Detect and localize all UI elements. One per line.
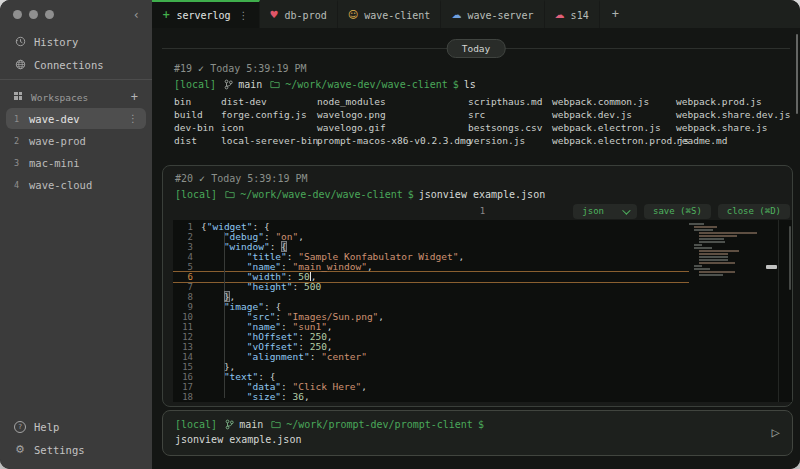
- line-number: 9: [173, 302, 193, 312]
- minimap-mark: [699, 262, 735, 264]
- code-token: ,: [378, 311, 384, 322]
- minimap-mark: [699, 274, 723, 276]
- editor-scrollbar[interactable]: [789, 226, 791, 290]
- tab-wave-client[interactable]: ☺wave-client: [338, 0, 442, 28]
- minimap-mark: [699, 238, 724, 240]
- line-number: 2: [173, 232, 193, 242]
- line-number: 6: [173, 272, 193, 282]
- sidebar-bottom: ? Help ⚙ Settings: [0, 415, 152, 461]
- workspace-item-mac-mini[interactable]: 3mac-mini: [6, 152, 146, 173]
- main-scrollbar[interactable]: [796, 34, 798, 114]
- code-token: :: [293, 281, 304, 292]
- smiley-icon: ☺: [348, 10, 358, 20]
- tab-s14[interactable]: ☁s14: [545, 0, 600, 28]
- prompt-line: [local] ~/work/wave-dev/wave-client $ js…: [175, 188, 780, 201]
- code-token: :: [281, 391, 292, 402]
- workspace-list: 1wave-dev⋮2wave-prod3mac-mini4wave-cloud: [0, 107, 152, 196]
- close-light[interactable]: [13, 10, 22, 19]
- send-icon[interactable]: ▷: [772, 425, 780, 439]
- line-number: 15: [173, 362, 193, 372]
- file-name: wavelogo.png: [317, 108, 468, 121]
- tab-label: s14: [571, 10, 589, 21]
- json-editor: 1 json save (⌘S) close (⌘D) 123456789101…: [173, 204, 792, 402]
- tab-serverlog[interactable]: +serverlog⋮: [152, 0, 260, 28]
- command-number: #20: [175, 173, 193, 184]
- tab-db-prod[interactable]: ♥db-prod: [260, 0, 338, 28]
- code-line[interactable]: "height": 500: [201, 282, 688, 292]
- line-number: 17: [173, 382, 193, 392]
- sidebar-item-settings[interactable]: ⚙ Settings: [0, 438, 152, 461]
- chevron-down-icon: [622, 206, 630, 214]
- settings-gear-icon: ⚙: [14, 443, 26, 456]
- block-meta: #20 ✓ Today 5:39:19 PM: [175, 172, 780, 185]
- code-token: :: [310, 351, 321, 362]
- input-prompt-line: [local] main ~/work/prompt-dev/prompt-cl…: [175, 418, 780, 431]
- workspace-label: wave-dev: [29, 113, 121, 125]
- prompt-dollar: $: [408, 188, 414, 201]
- tab-wave-server[interactable]: ☁wave-server: [441, 0, 544, 28]
- code-token: "height": [247, 281, 293, 292]
- code-token: "size": [247, 391, 281, 402]
- workspace-number: 2: [14, 136, 22, 146]
- line-number: 12: [173, 332, 193, 342]
- today-pill[interactable]: Today: [447, 39, 506, 58]
- save-button[interactable]: save (⌘S): [644, 204, 711, 219]
- help-label: Help: [34, 421, 59, 433]
- ls-output: bindist-devnode_modulesscripthaus.mdwebp…: [174, 95, 784, 147]
- file-name: wavelogo.gif: [317, 121, 468, 134]
- cloud-icon: ☁: [555, 10, 565, 20]
- block-meta: #19 ✓ Today 5:39:19 PM: [174, 62, 784, 75]
- minimap-slider[interactable]: [766, 265, 777, 269]
- mode-select[interactable]: json: [573, 204, 637, 219]
- tab-label: wave-client: [364, 10, 430, 21]
- sidebar-item-history[interactable]: History: [0, 30, 152, 53]
- command-input-text[interactable]: jsonview example.json: [175, 433, 780, 446]
- workspace-label: wave-cloud: [29, 179, 138, 191]
- plus-icon: +: [162, 10, 170, 20]
- workspaces-grid-icon: [14, 92, 23, 103]
- tab-kebab-icon[interactable]: ⋮: [239, 10, 249, 21]
- kebab-menu-icon[interactable]: ⋮: [128, 113, 138, 124]
- code-token: ,: [304, 391, 310, 402]
- tab-label: serverlog: [176, 10, 230, 21]
- cwd-path: ~/work/wave-dev/wave-client: [285, 78, 448, 91]
- command-input-box[interactable]: [local] main ~/work/prompt-dev/prompt-cl…: [162, 410, 793, 456]
- sidebar-item-help[interactable]: ? Help: [0, 415, 152, 438]
- collapse-sidebar-icon[interactable]: ‹: [133, 7, 140, 23]
- prompt-dollar: $: [453, 78, 459, 91]
- file-name: version.js: [468, 134, 552, 147]
- check-icon: ✓: [198, 63, 204, 74]
- file-name: dist-dev: [221, 95, 317, 108]
- workspace-label: mac-mini: [29, 157, 138, 169]
- tab-bar: +serverlog⋮♥db-prod☺wave-client☁wave-ser…: [152, 0, 800, 28]
- editor-body[interactable]: 123456789101112131415161718 {"widget": {…: [173, 220, 792, 402]
- new-tab-button[interactable]: +: [600, 0, 631, 28]
- minimize-light[interactable]: [29, 10, 38, 19]
- add-workspace-button[interactable]: +: [131, 90, 138, 104]
- workspace-item-wave-prod[interactable]: 2wave-prod: [6, 130, 146, 151]
- workspace-number: 4: [14, 180, 22, 190]
- minimap-mark: [694, 265, 702, 267]
- code-token: ,: [367, 261, 373, 272]
- minimap-mark: [699, 271, 735, 273]
- line-number: 1: [173, 222, 193, 232]
- workspace-item-wave-cloud[interactable]: 4wave-cloud: [6, 174, 146, 195]
- workspace-item-wave-dev[interactable]: 1wave-dev⋮: [6, 108, 146, 129]
- zoom-light[interactable]: [45, 10, 54, 19]
- file-name: webpack.electron.prod.js: [552, 134, 676, 147]
- code-line[interactable]: "size": 36,: [201, 392, 688, 402]
- file-name: icon: [221, 121, 317, 134]
- file-name: build: [174, 108, 221, 121]
- branch-name: main: [238, 78, 262, 91]
- editor-code: {"widget": {"debug": "on","window": {"ti…: [201, 222, 688, 402]
- app-window: ‹ History Connections Workspaces + 1wave…: [0, 0, 800, 469]
- minimap-mark: [699, 259, 728, 261]
- close-button[interactable]: close (⌘D): [718, 204, 790, 219]
- file-name: forge.config.js: [221, 108, 317, 121]
- file-name: webpack.dev.js: [552, 108, 676, 121]
- sidebar-item-connections[interactable]: Connections: [0, 53, 152, 76]
- prompt-dollar: $: [478, 418, 484, 431]
- sidebar: ‹ History Connections Workspaces + 1wave…: [0, 0, 152, 469]
- code-line[interactable]: "alignment": "center": [201, 352, 688, 362]
- editor-minimap[interactable]: [689, 223, 778, 402]
